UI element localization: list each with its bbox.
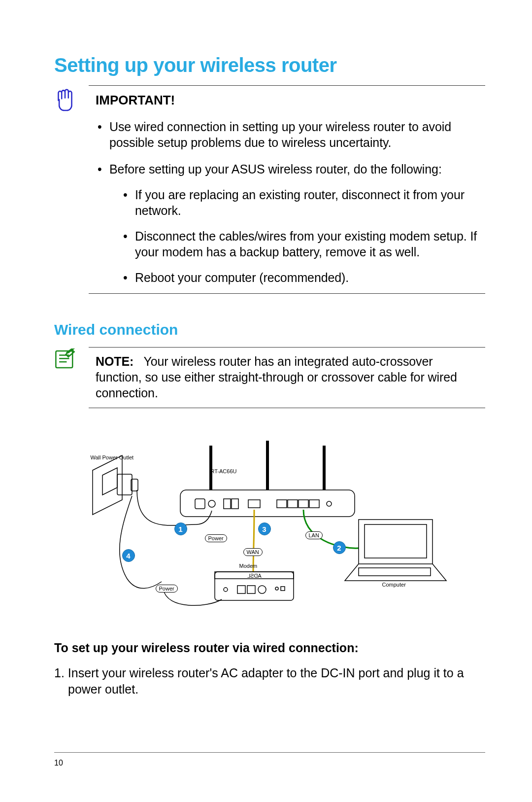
hand-stop-icon	[54, 87, 80, 112]
section-heading-wired: Wired connection	[54, 321, 485, 338]
step-1: 1. Insert your wireless router's AC adap…	[54, 665, 485, 697]
list-item: Disconnect the cables/wires from your ex…	[123, 228, 481, 260]
svg-rect-0	[56, 351, 72, 368]
svg-rect-27	[365, 524, 427, 558]
svg-rect-4	[117, 474, 132, 495]
diagram-marker-1: 1	[174, 523, 187, 535]
diagram-marker-2: 2	[333, 541, 346, 554]
footer-rule	[54, 752, 485, 753]
svg-rect-22	[247, 586, 255, 593]
important-list: Use wired connection in setting up your …	[96, 119, 481, 285]
page-number: 10	[54, 759, 63, 767]
note-callout: NOTE: Your wireless router has an integr…	[89, 347, 485, 408]
page-title: Setting up your wireless router	[54, 54, 485, 76]
diagram-label-modem: Modem	[239, 563, 258, 569]
note-icon	[54, 349, 80, 374]
note-label: NOTE:	[96, 354, 133, 368]
step-number: 1.	[54, 666, 65, 680]
list-item-text: Before setting up your ASUS wireless rou…	[109, 162, 442, 176]
instructions-heading: To set up your wireless router via wired…	[54, 641, 485, 655]
diagram-pill-power-router: Power	[205, 534, 227, 542]
diagram-pill-power-modem: Power	[156, 585, 178, 593]
list-item: Reboot your computer (recommended).	[123, 270, 481, 285]
svg-rect-13	[248, 500, 260, 508]
svg-rect-11	[224, 499, 231, 509]
diagram-label-computer: Computer	[382, 582, 406, 588]
list-item: Before setting up your ASUS wireless rou…	[98, 161, 481, 285]
svg-rect-12	[232, 499, 238, 509]
wired-connection-diagram: Wall Power Outlet RT-AC66U Modem ADSL Co…	[83, 426, 457, 623]
note-body: Your wireless router has an integrated a…	[96, 354, 457, 400]
step-text: Insert your wireless router's AC adapter…	[68, 666, 464, 696]
svg-point-18	[327, 501, 332, 506]
diagram-pill-lan: LAN	[305, 531, 323, 539]
svg-rect-21	[237, 586, 245, 593]
svg-rect-28	[359, 568, 431, 576]
svg-rect-16	[299, 500, 308, 508]
diagram-marker-4: 4	[122, 549, 135, 562]
svg-rect-15	[288, 500, 298, 508]
diagram-label-modem-brand: ADSL	[247, 573, 262, 579]
svg-rect-17	[309, 500, 319, 508]
svg-rect-26	[281, 587, 285, 591]
diagram-marker-3: 3	[258, 523, 271, 535]
important-label: IMPORTANT!	[96, 93, 481, 108]
diagram-label-router: RT-AC66U	[211, 468, 237, 474]
svg-point-23	[258, 586, 266, 593]
note-text: NOTE: Your wireless router has an integr…	[96, 353, 481, 401]
svg-point-10	[208, 500, 215, 507]
list-item: If you are replacing an existing router,…	[123, 187, 481, 218]
diagram-label-wall: Wall Power Outlet	[91, 454, 134, 460]
svg-rect-9	[195, 499, 205, 509]
important-sublist: If you are replacing an existing router,…	[109, 187, 481, 285]
list-item: Use wired connection in setting up your …	[98, 119, 481, 150]
important-callout: IMPORTANT! Use wired connection in setti…	[89, 85, 485, 294]
svg-point-25	[275, 587, 278, 590]
svg-rect-14	[277, 500, 287, 508]
diagram-svg	[83, 426, 457, 623]
svg-point-24	[224, 588, 228, 592]
diagram-pill-wan: WAN	[243, 548, 263, 556]
